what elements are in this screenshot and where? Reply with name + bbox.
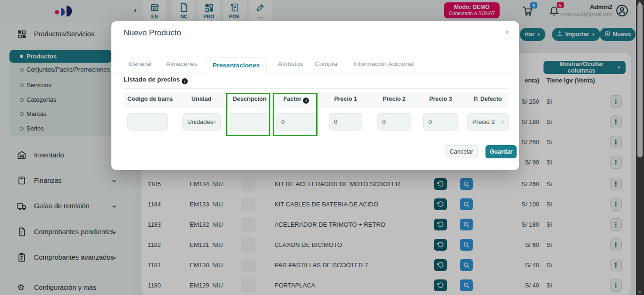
section-title: Listado de precios i (124, 76, 188, 84)
column-label: Código de barra (127, 96, 168, 102)
tab-almacenes[interactable]: Almacenes (166, 60, 198, 67)
tab-compra[interactable]: Compra (315, 60, 337, 67)
tabs-divider (111, 73, 519, 73)
form-column-unidad: Unidad Unidades ∨ (182, 96, 221, 102)
section-divider (124, 88, 507, 89)
tab-atributos[interactable]: Atributos (278, 60, 303, 67)
column-label: Precio 2 (377, 96, 411, 102)
tab-informacion-adicional[interactable]: Informacion Adicional (353, 60, 414, 67)
scroll-down-arrow-icon[interactable] (638, 291, 642, 294)
form-column-precio-3: Precio 3 0 (423, 96, 458, 102)
unidad-select[interactable]: Unidades ∨ (182, 113, 221, 131)
modal-title: Nuevo Producto (124, 28, 181, 38)
info-icon[interactable]: i (182, 78, 188, 84)
p-defecto-select[interactable]: Precio 2 ∨ (467, 113, 509, 131)
scrollbar-thumb[interactable] (637, 4, 643, 157)
barcode-input[interactable] (127, 113, 168, 131)
form-column-p-defecto: P. Defecto Precio 2 ∨ (467, 96, 509, 102)
form-column-precio-1: Precio 1 0 (329, 96, 362, 102)
chevron-down-icon: ∨ (213, 114, 217, 130)
precio-2-input[interactable]: 0 (377, 113, 411, 131)
form-column-precio-2: Precio 2 0 (377, 96, 411, 102)
form-column-codigo-de-barra: Código de barra (127, 96, 168, 102)
column-label: Precio 1 (329, 96, 362, 102)
annotation-box-descripcion (226, 93, 270, 136)
tab-general[interactable]: General (129, 60, 151, 67)
app-window: ‹ ES NC PRO (0, 0, 644, 295)
close-icon[interactable]: × (502, 27, 512, 38)
annotation-box-factor (273, 93, 318, 136)
tab-presentaciones[interactable]: Presentaciones (206, 57, 267, 74)
page-scrollbar[interactable] (636, 0, 644, 295)
precio-3-input[interactable]: 0 (423, 113, 458, 131)
column-label: P. Defecto (467, 96, 509, 102)
column-label: Precio 3 (423, 96, 458, 102)
save-button[interactable]: Guardar (485, 145, 517, 158)
cancel-button[interactable]: Cancelar (445, 145, 478, 158)
column-label: Unidad (182, 96, 221, 102)
chevron-down-icon: ∨ (501, 114, 504, 130)
precio-1-input[interactable]: 0 (329, 113, 362, 131)
